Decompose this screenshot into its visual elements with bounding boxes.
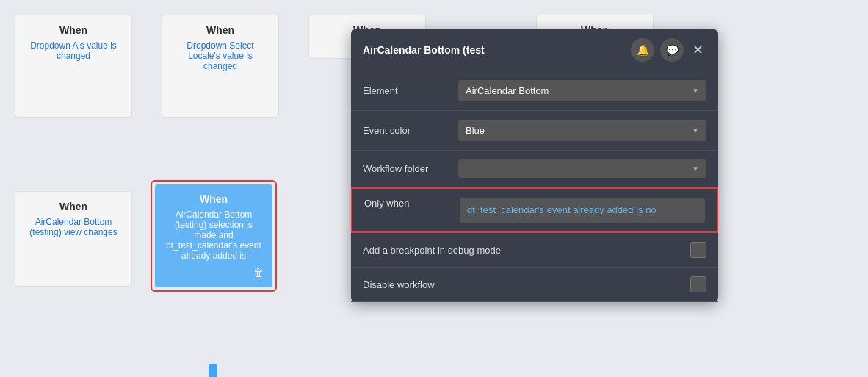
trash-icon[interactable]: 🗑 <box>164 267 264 279</box>
workflow-card-5[interactable]: When AirCalendar Bottom (testing) view c… <box>15 191 132 287</box>
card-1-title: When <box>24 24 123 36</box>
workflow-card-1[interactable]: When Dropdown A's value is changed <box>15 15 132 118</box>
card-5-body: AirCalendar Bottom (testing) view change… <box>24 217 123 237</box>
workflow-card-2[interactable]: When Dropdown Select Locale's value is c… <box>162 15 279 118</box>
element-select[interactable]: AirCalendar Bottom ▼ <box>458 80 706 101</box>
event-color-label: Event color <box>363 125 458 136</box>
workflow-folder-chevron-icon: ▼ <box>692 165 699 173</box>
panel-header: AirCalendar Bottom (test 🔔 💬 ✕ <box>351 29 718 71</box>
canvas: When Dropdown A's value is changed When … <box>0 0 868 377</box>
close-icon: ✕ <box>692 43 704 57</box>
card-1-body: Dropdown A's value is changed <box>24 40 123 61</box>
card-2-body: Dropdown Select Locale's value is change… <box>171 40 270 71</box>
bell-button[interactable]: 🔔 <box>631 38 654 62</box>
panel-header-icons: 🔔 💬 ✕ <box>631 38 706 62</box>
element-label: Element <box>363 85 458 96</box>
comment-button[interactable]: 💬 <box>660 38 684 62</box>
event-color-select[interactable]: Blue ▼ <box>458 120 706 141</box>
card-2-title: When <box>171 24 270 36</box>
active-card-title: When <box>164 193 264 205</box>
disable-workflow-label: Disable workflow <box>363 279 435 290</box>
close-button[interactable]: ✕ <box>690 42 706 58</box>
breakpoint-label: Add a breakpoint in debug mode <box>363 245 501 256</box>
active-card-wrapper: When AirCalendar Bottom (testing) select… <box>151 180 277 292</box>
disable-workflow-checkbox[interactable] <box>690 276 706 292</box>
panel: AirCalendar Bottom (test 🔔 💬 ✕ Element A… <box>351 29 718 302</box>
event-color-row: Event color Blue ▼ <box>351 111 718 151</box>
only-when-label: Only when <box>364 198 460 209</box>
disable-workflow-row: Disable workflow <box>351 268 718 302</box>
active-card-body: AirCalendar Bottom (testing) selection i… <box>164 209 264 261</box>
connector <box>209 364 217 377</box>
breakpoint-checkbox[interactable] <box>690 242 706 258</box>
active-card[interactable]: When AirCalendar Bottom (testing) select… <box>155 184 272 287</box>
breakpoint-row: Add a breakpoint in debug mode <box>351 233 718 268</box>
element-value: AirCalendar Bottom <box>466 85 549 96</box>
workflow-folder-label: Workflow folder <box>363 163 458 174</box>
event-color-chevron-icon: ▼ <box>692 126 699 134</box>
element-row: Element AirCalendar Bottom ▼ <box>351 71 718 111</box>
element-chevron-icon: ▼ <box>692 87 699 95</box>
workflow-folder-row: Workflow folder ▼ <box>351 151 718 187</box>
only-when-row: Only when dt_test_calendar's event alrea… <box>351 187 718 233</box>
only-when-value[interactable]: dt_test_calendar's event already added i… <box>460 198 705 223</box>
workflow-folder-select[interactable]: ▼ <box>458 159 706 178</box>
card-5-title: When <box>24 201 123 212</box>
comment-icon: 💬 <box>666 44 679 56</box>
bell-icon: 🔔 <box>637 44 649 56</box>
event-color-value: Blue <box>466 125 485 136</box>
panel-title: AirCalendar Bottom (test <box>363 44 485 56</box>
